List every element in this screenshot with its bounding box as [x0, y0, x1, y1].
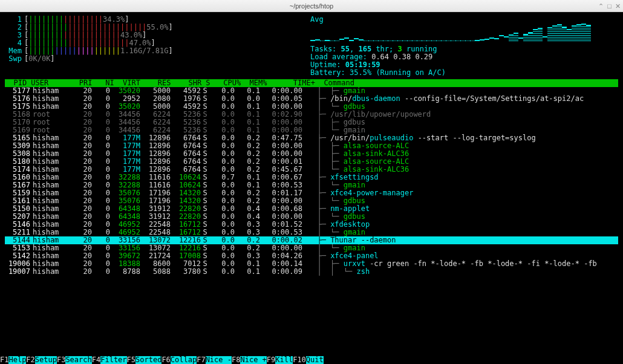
table-row[interactable]: 5169root2003445662245236S0.00.10:00.00 │… — [5, 126, 618, 134]
fkey-f10[interactable]: F10 — [293, 356, 306, 364]
fkey-label[interactable]: Search — [65, 356, 91, 364]
process-table-header[interactable]: PID USER PRI NI VIRT RES SHR S CPU% MEM%… — [5, 79, 618, 87]
table-row[interactable]: 5309hisham200177M128966764S0.00.20:00.00… — [5, 142, 618, 150]
fkey-label[interactable]: Nice + — [240, 356, 266, 364]
table-row[interactable]: 5153hisham200331561307212216S0.00.20:00.… — [5, 244, 618, 252]
fkey-label[interactable]: Setup — [35, 356, 57, 364]
avg-label: Avg — [310, 16, 324, 24]
table-row[interactable]: 19007hisham200878850883780S0.00.10:00.09… — [5, 268, 618, 276]
cpu-sparkline — [310, 24, 618, 45]
window-close-icon[interactable]: ✕ — [615, 0, 621, 12]
table-row[interactable]: 5175hisham2003502050004592S0.00.10:00.00… — [5, 103, 618, 111]
table-row[interactable]: 5142hisham200396722172417008S0.00.30:04.… — [5, 252, 618, 260]
fkey-f9[interactable]: F9 — [267, 356, 275, 364]
table-row[interactable]: 5146hisham200469522254816712S0.00.30:01.… — [5, 221, 618, 229]
fkey-label[interactable]: Nice - — [206, 356, 232, 364]
table-row[interactable]: 5308hisham200177M128966764S0.00.20:00.00… — [5, 150, 618, 158]
window-maximize-icon[interactable]: □ — [607, 0, 612, 12]
fkey-label[interactable]: Filter — [100, 356, 126, 364]
table-row[interactable]: 5177hisham2003502050004592S0.00.10:00.00… — [5, 87, 618, 95]
function-keys-bar: F1Help F2Setup F3SearchF4FilterF5SortedF… — [0, 356, 623, 364]
fkey-f8[interactable]: F8 — [232, 356, 240, 364]
fkey-f3[interactable]: F3 — [57, 356, 65, 364]
table-row[interactable]: 5160hisham200322881161610624S0.70.10:00.… — [5, 174, 618, 181]
fkey-f6[interactable]: F6 — [161, 356, 170, 364]
table-row[interactable]: 5144hisham200331561307212216S0.00.20:00.… — [5, 236, 618, 244]
table-row[interactable]: 5161hisham200350761719614320S0.00.20:00.… — [5, 197, 618, 205]
meter-swp: Swp[ 0K/0K] — [5, 55, 310, 63]
table-row[interactable]: 5165hisham200177M128966764S0.00.20:47.75… — [5, 134, 618, 142]
fkey-f4[interactable]: F4 — [92, 356, 100, 364]
fkey-label[interactable]: Collap — [171, 356, 197, 364]
table-row[interactable]: 5168root2003445662245236S0.00.10:02.90 ├… — [5, 111, 618, 119]
table-row[interactable]: 5170root2003445662245236S0.00.10:00.00 │… — [5, 119, 618, 126]
battery-line: Battery: 35.5% (Running on A/C) — [310, 69, 618, 77]
fkey-f5[interactable]: F5 — [127, 356, 135, 364]
fkey-label[interactable]: Help — [8, 356, 26, 364]
fkey-f2[interactable]: F2 — [26, 356, 34, 364]
window-title: ~/projects/htop — [290, 0, 333, 12]
fkey-label[interactable]: Kill — [275, 356, 293, 364]
window-titlebar: ~/projects/htop ⌃ □ ✕ — [0, 0, 623, 12]
terminal[interactable]: 1[||||||||||||||||| 34.3%]2[||||||||||||… — [0, 12, 623, 364]
table-row[interactable]: 5159hisham200350761719614320S0.00.20:01.… — [5, 189, 618, 197]
process-table[interactable]: 5177hisham2003502050004592S0.00.10:00.00… — [5, 87, 618, 276]
table-row[interactable]: 5176hisham200295220801976S0.00.00:00.05 … — [5, 95, 618, 103]
fkey-label[interactable]: Quit — [306, 356, 324, 364]
table-row[interactable]: 5167hisham200322881161610624S0.00.10:00.… — [5, 181, 618, 189]
table-row[interactable]: 5211hisham200469522254816712S0.00.30:00.… — [5, 229, 618, 236]
fkey-f7[interactable]: F7 — [197, 356, 205, 364]
table-row[interactable]: 5150hisham200643483191222820S0.00.40:00.… — [5, 205, 618, 213]
table-row[interactable]: 5207hisham200643483191222820S0.00.40:00.… — [5, 213, 618, 221]
table-row[interactable]: 19006hisham2001838886007012S0.00.10:00.1… — [5, 260, 618, 268]
table-row[interactable]: 5180hisham200177M128966764S0.00.20:00.01… — [5, 158, 618, 166]
fkey-f1[interactable]: F1 — [0, 356, 8, 364]
table-row[interactable]: 5174hisham200177M128966764S0.00.20:45.67… — [5, 166, 618, 174]
window-minimize-icon[interactable]: ⌃ — [598, 0, 604, 12]
fkey-label[interactable]: Sorted — [135, 356, 161, 364]
